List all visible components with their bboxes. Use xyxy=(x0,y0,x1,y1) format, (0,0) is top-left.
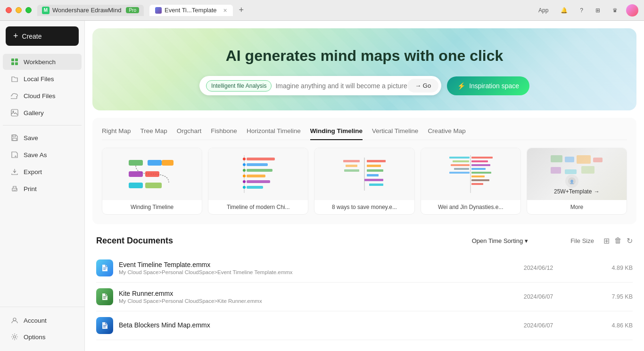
view-toggle-icon[interactable]: ⊞ xyxy=(603,236,610,245)
workbench-label: Workbench xyxy=(24,58,56,66)
avatar[interactable] xyxy=(626,4,638,17)
gallery-icon xyxy=(10,109,19,117)
tab-vertical-timeline[interactable]: Vertical Timeline xyxy=(372,127,418,140)
tab-tree-map[interactable]: Tree Map xyxy=(140,127,167,140)
svg-rect-23 xyxy=(247,175,265,177)
sidebar-item-cloud-files[interactable]: Cloud Files xyxy=(3,88,82,104)
crown-icon[interactable]: ♛ xyxy=(609,6,621,15)
go-button[interactable]: → Go xyxy=(407,79,438,92)
svg-point-29 xyxy=(243,175,246,177)
doc-name-3: Beta Blockers Mind Map.emmx xyxy=(119,321,501,329)
template-card-wei-jin[interactable]: Wei and Jin Dynasties.e... xyxy=(421,148,521,215)
svg-rect-47 xyxy=(471,172,491,174)
header-actions: ⊞ 🗑 ↻ xyxy=(603,236,633,245)
tab-winding-timeline[interactable]: Winding Timeline xyxy=(310,127,363,140)
svg-rect-37 xyxy=(364,179,383,181)
close-tab-icon[interactable]: × xyxy=(223,7,227,14)
template-card-modern-china[interactable]: Timeline of modern Chi... xyxy=(208,148,308,215)
intelligent-analysis-tag[interactable]: Intelligent file Analysis xyxy=(206,80,272,92)
recent-header: Recent Documents Open Time Sorting ▾ Fil… xyxy=(96,235,633,246)
refresh-icon[interactable]: ↻ xyxy=(627,236,633,245)
template-card-winding-timeline[interactable]: Winding Timeline xyxy=(102,148,202,215)
export-label: Export xyxy=(24,168,42,176)
sidebar-item-account[interactable]: Account xyxy=(3,312,82,328)
tab-orgchart[interactable]: Orgchart xyxy=(177,127,202,140)
workbench-icon xyxy=(10,58,19,66)
recent-section: Recent Documents Open Time Sorting ▾ Fil… xyxy=(85,224,644,340)
doc-row-2[interactable]: Kite Runner.emmx My Cloud Space>Personal… xyxy=(96,283,633,311)
tab-horizontal-timeline[interactable]: Horizontal Timeline xyxy=(247,127,301,140)
inspiration-space-button[interactable]: ⚡ Inspiration space xyxy=(447,76,529,95)
doc-name-1: Event Timeline Template.emmx xyxy=(119,261,501,268)
svg-rect-39 xyxy=(343,160,360,162)
delete-icon[interactable]: 🗑 xyxy=(614,236,622,245)
help-button[interactable]: ? xyxy=(576,6,587,15)
notification-icon[interactable]: 🔔 xyxy=(557,6,571,15)
sidebar-item-save[interactable]: Save xyxy=(3,130,82,146)
svg-rect-43 xyxy=(471,157,493,159)
more-arrow-icon: → xyxy=(594,188,600,195)
sidebar: + Create Workbench Local Files xyxy=(0,21,85,351)
print-label: Print xyxy=(24,185,37,192)
doc-size-3: 4.86 KB xyxy=(576,322,633,329)
tab-fishbone[interactable]: Fishbone xyxy=(211,127,237,140)
doc-row-1[interactable]: Event Timeline Template.emmx My Cloud Sp… xyxy=(96,254,633,283)
svg-point-31 xyxy=(243,186,246,189)
svg-rect-4 xyxy=(11,109,18,116)
minimize-button[interactable] xyxy=(16,7,22,13)
close-button[interactable] xyxy=(6,7,12,13)
tab-right-map[interactable]: Right Map xyxy=(102,127,131,140)
svg-rect-55 xyxy=(449,172,470,174)
template-card-8-ways[interactable]: 8 ways to save money.e... xyxy=(314,148,414,215)
svg-rect-15 xyxy=(129,171,143,177)
svg-point-9 xyxy=(16,189,17,190)
maximize-button[interactable] xyxy=(25,7,32,13)
new-tab-button[interactable]: + xyxy=(235,4,248,17)
sidebar-item-print[interactable]: Print xyxy=(3,181,82,197)
template-card-more[interactable]: 👤 25W+Template → More xyxy=(527,148,627,215)
export-icon xyxy=(10,167,19,176)
card-label-wei-jin: Wei and Jin Dynasties.e... xyxy=(421,200,520,214)
svg-rect-61 xyxy=(565,169,577,174)
options-label: Options xyxy=(24,334,46,341)
sort-button[interactable]: Open Time Sorting ▾ xyxy=(467,235,533,246)
app-tab[interactable]: M Wondershare EdrawMind Pro xyxy=(37,5,144,16)
ai-prompt-input[interactable] xyxy=(275,82,407,90)
svg-point-26 xyxy=(243,158,246,160)
sidebar-item-options[interactable]: Options xyxy=(3,329,82,345)
svg-rect-59 xyxy=(593,158,603,162)
create-button[interactable]: + Create xyxy=(6,26,79,46)
card-label-8-ways: 8 ways to save money.e... xyxy=(314,200,414,214)
svg-point-28 xyxy=(243,169,246,172)
grid-icon[interactable]: ⊞ xyxy=(592,6,604,15)
sidebar-item-export[interactable]: Export xyxy=(3,164,82,180)
save-as-label: Save As xyxy=(24,151,47,159)
svg-rect-51 xyxy=(451,164,470,166)
doc-info-2: Kite Runner.emmx My Cloud Space>Personal… xyxy=(119,290,501,304)
doc-row-3[interactable]: Beta Blockers Mind Map.emmx 2024/06/07 4… xyxy=(96,311,633,340)
svg-rect-24 xyxy=(247,180,270,183)
svg-rect-62 xyxy=(581,166,594,174)
svg-rect-2 xyxy=(11,62,14,65)
account-icon xyxy=(10,316,19,325)
svg-rect-35 xyxy=(367,169,383,172)
sidebar-item-workbench[interactable]: Workbench xyxy=(3,54,82,70)
doc-date-3: 2024/06/07 xyxy=(501,322,576,329)
app-button[interactable]: App xyxy=(535,6,552,15)
options-icon xyxy=(10,333,19,341)
traffic-lights xyxy=(6,7,32,13)
tab-creative-map[interactable]: Creative Map xyxy=(428,127,465,140)
doc-path-1: My Cloud Space>Personal CloudSpace>Event… xyxy=(119,269,501,275)
sidebar-item-local-files[interactable]: Local Files xyxy=(3,71,82,87)
hero-input-row: Intelligent file Analysis → Go ⚡ Inspira… xyxy=(199,76,529,95)
sidebar-item-gallery[interactable]: Gallery xyxy=(3,105,82,121)
file-tab[interactable]: Event Ti...Template × xyxy=(149,5,233,16)
svg-rect-33 xyxy=(367,160,386,162)
svg-rect-44 xyxy=(471,160,488,162)
sidebar-item-save-as[interactable]: Save As xyxy=(3,147,82,163)
app-body: + Create Workbench Local Files xyxy=(0,21,644,351)
svg-rect-36 xyxy=(367,174,379,176)
svg-rect-54 xyxy=(471,183,483,185)
doc-size-2: 7.95 KB xyxy=(576,293,633,300)
svg-rect-22 xyxy=(247,169,272,172)
